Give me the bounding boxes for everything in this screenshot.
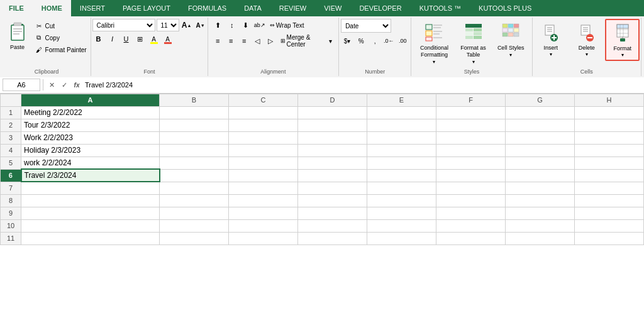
cell-a4[interactable]: Holiday 2/3/2023 [21, 144, 160, 157]
cell-G10[interactable] [506, 219, 575, 232]
decrease-indent-button[interactable]: ◁ [252, 35, 264, 47]
tab-formulas[interactable]: FORMULAS [179, 0, 235, 16]
cell-G4[interactable] [506, 144, 575, 157]
tab-home[interactable]: HOME [33, 0, 71, 16]
col-header-d[interactable]: D [298, 94, 367, 106]
cell-B9[interactable] [160, 207, 229, 219]
cell-E10[interactable] [367, 219, 436, 232]
tab-kutools[interactable]: KUTOOLS ™ [411, 0, 470, 16]
cell-H7[interactable] [575, 182, 644, 194]
cell-F8[interactable] [436, 194, 506, 207]
increase-font-button[interactable]: A▲ [180, 19, 193, 31]
format-button[interactable]: Format ▾ [605, 19, 640, 61]
cell-D10[interactable] [298, 219, 367, 232]
insert-function-button[interactable]: fx [71, 79, 82, 91]
cell-D1[interactable] [298, 106, 367, 119]
increase-decimal-button[interactable]: .00 [396, 35, 409, 47]
accounting-button[interactable]: $▾ [341, 35, 353, 47]
cell-a3[interactable]: Work 2/2/2023 [21, 131, 160, 144]
cell-F11[interactable] [436, 232, 506, 244]
cell-H9[interactable] [575, 207, 644, 219]
number-format-select[interactable]: Date [341, 19, 391, 33]
cell-C5[interactable] [229, 157, 298, 169]
align-top-button[interactable]: ⬆ [212, 19, 225, 31]
cell-G8[interactable] [506, 194, 575, 207]
col-header-e[interactable]: E [367, 94, 436, 106]
col-header-b[interactable]: B [160, 94, 229, 106]
cell-D5[interactable] [298, 157, 367, 169]
cell-H1[interactable] [575, 106, 644, 119]
percent-button[interactable]: % [355, 35, 367, 47]
row-header-4[interactable]: 4 [1, 144, 21, 157]
cell-C8[interactable] [229, 194, 298, 207]
cell-G9[interactable] [506, 207, 575, 219]
cell-a2[interactable]: Tour 2/3/2022 [21, 119, 160, 131]
font-color-button[interactable]: A [162, 33, 174, 45]
row-header-2[interactable]: 2 [1, 119, 21, 131]
cell-D4[interactable] [298, 144, 367, 157]
tab-review[interactable]: REVIEW [270, 0, 315, 16]
cell-F9[interactable] [436, 207, 506, 219]
cell-C1[interactable] [229, 106, 298, 119]
tab-file[interactable]: FILE [0, 0, 33, 16]
comma-button[interactable]: , [369, 35, 381, 47]
cell-H6[interactable] [575, 169, 644, 182]
bold-button[interactable]: B [92, 33, 105, 45]
cell-C11[interactable] [229, 232, 298, 244]
cell-E11[interactable] [367, 232, 436, 244]
col-header-g[interactable]: G [506, 94, 575, 106]
cell-B8[interactable] [160, 194, 229, 207]
italic-button[interactable]: I [106, 33, 119, 45]
accept-formula-button[interactable]: ✓ [58, 79, 70, 91]
cell-B11[interactable] [160, 232, 229, 244]
cell-C7[interactable] [229, 182, 298, 194]
cell-C6[interactable] [229, 169, 298, 182]
cell-a7[interactable] [21, 182, 160, 194]
cell-F7[interactable] [436, 182, 506, 194]
cell-styles-button[interactable]: Cell Styles ▾ [494, 19, 528, 60]
cell-D11[interactable] [298, 232, 367, 244]
cell-E5[interactable] [367, 157, 436, 169]
align-middle-button[interactable]: ↕ [226, 19, 238, 31]
cell-F10[interactable] [436, 219, 506, 232]
tab-view[interactable]: VIEW [315, 0, 350, 16]
cell-E6[interactable] [367, 169, 436, 182]
col-header-h[interactable]: H [575, 94, 644, 106]
cell-G5[interactable] [506, 157, 575, 169]
row-header-10[interactable]: 10 [1, 219, 21, 232]
cut-button[interactable]: ✂ Cut [32, 20, 89, 31]
cell-a1[interactable]: Meeting 2/2/2022 [21, 106, 160, 119]
cell-B6[interactable] [160, 169, 229, 182]
cell-B7[interactable] [160, 182, 229, 194]
cell-G3[interactable] [506, 131, 575, 144]
cell-a9[interactable] [21, 207, 160, 219]
row-header-8[interactable]: 8 [1, 194, 21, 207]
cell-E8[interactable] [367, 194, 436, 207]
insert-button[interactable]: Insert ▾ [533, 19, 568, 60]
cell-E1[interactable] [367, 106, 436, 119]
cell-F5[interactable] [436, 157, 506, 169]
cell-a8[interactable] [21, 194, 160, 207]
cell-D9[interactable] [298, 207, 367, 219]
copy-button[interactable]: ⧉ Copy [32, 32, 89, 43]
cell-F1[interactable] [436, 106, 506, 119]
cell-a6[interactable]: Travel 2/3/2024 [21, 169, 160, 182]
tab-page-layout[interactable]: PAGE LAYOUT [114, 0, 179, 16]
cell-F3[interactable] [436, 131, 506, 144]
row-header-11[interactable]: 11 [1, 232, 21, 244]
delete-button[interactable]: Delete ▾ [569, 19, 604, 60]
align-center-button[interactable]: ≡ [225, 35, 237, 47]
cell-H8[interactable] [575, 194, 644, 207]
underline-button[interactable]: U [120, 33, 133, 45]
cell-E4[interactable] [367, 144, 436, 157]
cell-reference-input[interactable] [3, 79, 40, 91]
row-header-5[interactable]: 5 [1, 157, 21, 169]
row-header-1[interactable]: 1 [1, 106, 21, 119]
cell-D2[interactable] [298, 119, 367, 131]
align-bottom-button[interactable]: ⬇ [240, 19, 252, 31]
cell-B3[interactable] [160, 131, 229, 144]
tab-kutools-plus[interactable]: KUTOOLS PLUS [470, 0, 540, 16]
tab-insert[interactable]: INSERT [71, 0, 114, 16]
align-left-button[interactable]: ≡ [212, 35, 224, 47]
cell-G1[interactable] [506, 106, 575, 119]
